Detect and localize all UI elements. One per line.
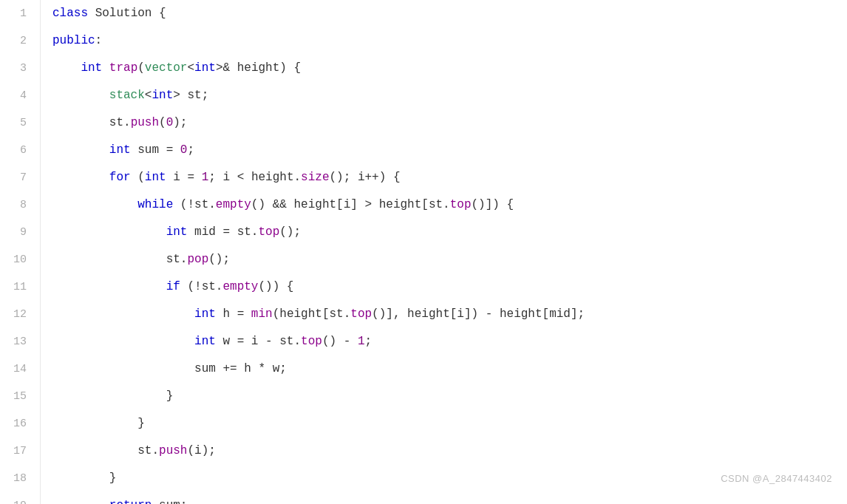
- code-line-11: if (!st.empty()) {: [52, 273, 847, 301]
- line-num-2: 2: [7, 27, 33, 55]
- line-num-6: 6: [7, 137, 33, 164]
- line-num-3: 3: [7, 55, 33, 82]
- keyword-public: public: [52, 27, 95, 55]
- code-line-5: st.push(0);: [52, 109, 847, 137]
- code-line-12: int h = min(height[st.top()], height[i])…: [52, 301, 847, 328]
- code-line-15: }: [52, 383, 847, 410]
- line-num-19: 19: [7, 492, 33, 504]
- line-numbers: 1 2 3 4 5 6 7 8 9 10 11 12 13 14 15 16 1…: [0, 0, 41, 504]
- line-num-1: 1: [7, 0, 33, 27]
- code-line-7: for (int i = 1; i < height.size(); i++) …: [52, 164, 847, 191]
- code-line-10: st.pop();: [52, 246, 847, 273]
- code-line-13: int w = i - st.top() - 1;: [52, 328, 847, 355]
- code-line-2: public:: [52, 27, 847, 55]
- code-line-1: class Solution {: [52, 0, 847, 27]
- line-num-14: 14: [7, 355, 33, 383]
- code-line-14: sum += h * w;: [52, 355, 847, 383]
- code-line-16: }: [52, 410, 847, 437]
- line-num-5: 5: [7, 109, 33, 137]
- line-num-8: 8: [7, 191, 33, 219]
- keyword-int-3: int: [81, 55, 102, 82]
- line-num-16: 16: [7, 410, 33, 437]
- code-line-6: int sum = 0;: [52, 137, 847, 164]
- code-line-9: int mid = st.top();: [52, 219, 847, 246]
- line-num-9: 9: [7, 219, 33, 246]
- line-num-12: 12: [7, 301, 33, 328]
- line-num-15: 15: [7, 383, 33, 410]
- watermark: CSDN @A_2847443402: [721, 465, 832, 492]
- line-num-4: 4: [7, 82, 33, 109]
- code-container: 1 2 3 4 5 6 7 8 9 10 11 12 13 14 15 16 1…: [0, 0, 847, 504]
- line-num-7: 7: [7, 164, 33, 191]
- line-num-10: 10: [7, 246, 33, 273]
- keyword-class: class: [52, 0, 88, 27]
- line-num-18: 18: [7, 465, 33, 492]
- code-line-19: return sum;: [52, 492, 847, 504]
- code-line-3: int trap(vector<int>& height) {: [52, 55, 847, 82]
- code-line-8: while (!st.empty() && height[i] > height…: [52, 191, 847, 219]
- code-line-4: stack<int> st;: [52, 82, 847, 109]
- line-num-17: 17: [7, 437, 33, 465]
- code-area: class Solution { public: int trap(vector…: [41, 0, 847, 504]
- code-line-17: st.push(i);: [52, 437, 847, 465]
- line-num-11: 11: [7, 273, 33, 301]
- line-num-13: 13: [7, 328, 33, 355]
